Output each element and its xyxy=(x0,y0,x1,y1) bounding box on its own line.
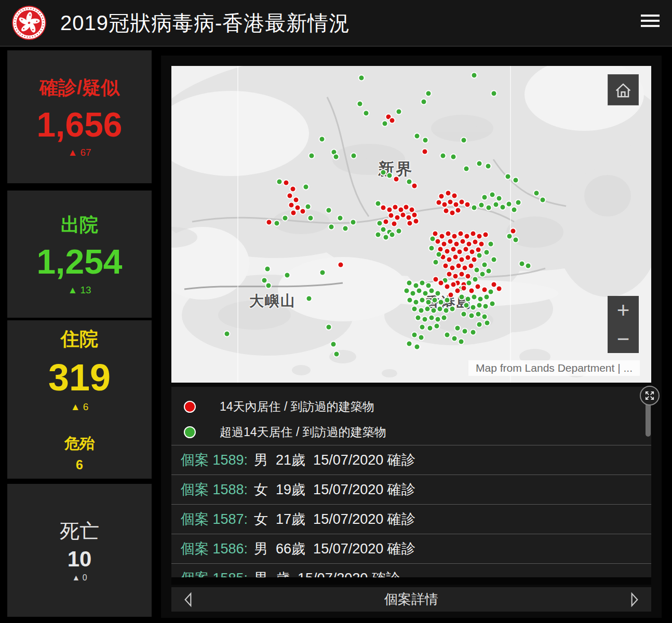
case-dot-green[interactable] xyxy=(441,315,448,321)
case-dot-red[interactable] xyxy=(391,221,398,227)
case-dot-green[interactable] xyxy=(363,110,370,117)
case-dot-green[interactable] xyxy=(478,202,485,209)
case-dot-red[interactable] xyxy=(290,210,297,216)
case-dot-green[interactable] xyxy=(482,303,489,310)
case-dot-red[interactable] xyxy=(383,219,389,225)
case-dot-green[interactable] xyxy=(500,204,506,211)
case-dot-green[interactable] xyxy=(515,199,522,206)
case-dot-green[interactable] xyxy=(357,101,364,107)
case-dot-green[interactable] xyxy=(396,228,402,235)
case-dot-green[interactable] xyxy=(435,290,441,297)
case-dot-green[interactable] xyxy=(476,252,483,259)
case-dot-red[interactable] xyxy=(422,148,428,155)
case-dot-green[interactable] xyxy=(488,289,494,295)
case-dot-green[interactable] xyxy=(396,109,402,115)
case-dot-green[interactable] xyxy=(476,321,483,328)
case-dot-green[interactable] xyxy=(406,341,413,347)
case-dot-green[interactable] xyxy=(377,220,383,227)
case-dot-green[interactable] xyxy=(224,331,231,337)
case-dot-red[interactable] xyxy=(455,207,462,214)
case-dot-green[interactable] xyxy=(419,324,426,331)
case-dot-green[interactable] xyxy=(306,295,313,302)
case-dot-red[interactable] xyxy=(442,263,449,269)
case-dot-green[interactable] xyxy=(414,133,421,140)
case-dot-green[interactable] xyxy=(463,302,470,309)
case-dot-green[interactable] xyxy=(449,306,456,313)
case-dot-red[interactable] xyxy=(465,273,472,280)
case-dot-green[interactable] xyxy=(428,245,435,252)
case-dot-red[interactable] xyxy=(496,286,503,292)
case-dot-green[interactable] xyxy=(533,190,540,197)
case-dot-red[interactable] xyxy=(266,219,273,226)
case-dot-green[interactable] xyxy=(506,233,513,240)
case-dot-green[interactable] xyxy=(472,276,479,283)
case-dot-green[interactable] xyxy=(481,194,488,201)
map-canvas[interactable]: 新界 大嶼山 香港島 + − Map from Lands Department… xyxy=(171,66,651,383)
case-dot-green[interactable] xyxy=(337,215,344,222)
case-dot-green[interactable] xyxy=(493,201,500,208)
case-dot-green[interactable] xyxy=(486,205,492,211)
case-dot-green[interactable] xyxy=(506,201,513,208)
case-dot-red[interactable] xyxy=(287,193,293,199)
case-dot-green[interactable] xyxy=(488,241,494,248)
case-dot-green[interactable] xyxy=(418,334,425,341)
case-row[interactable]: 個案 1588: 女 19歲 15/07/2020 確診 xyxy=(171,475,651,504)
case-dot-red[interactable] xyxy=(393,176,400,183)
case-dot-green[interactable] xyxy=(471,205,478,211)
case-dot-green[interactable] xyxy=(406,280,413,287)
case-dot-green[interactable] xyxy=(427,325,434,332)
case-row[interactable]: 個案 1586: 男 66歲 15/07/2020 確診 xyxy=(171,534,651,563)
case-dot-green[interactable] xyxy=(305,204,312,210)
case-dot-green[interactable] xyxy=(282,215,289,222)
case-dot-green[interactable] xyxy=(468,313,475,319)
case-dot-red[interactable] xyxy=(468,288,475,294)
case-dot-green[interactable] xyxy=(422,316,428,323)
case-dot-green[interactable] xyxy=(476,160,483,167)
case-dot-green[interactable] xyxy=(276,179,283,185)
case-dot-green[interactable] xyxy=(505,173,512,180)
case-dot-green[interactable] xyxy=(303,184,310,191)
case-dot-green[interactable] xyxy=(483,249,490,256)
case-dot-green[interactable] xyxy=(424,306,431,313)
case-dot-green[interactable] xyxy=(491,90,498,97)
case-dot-red[interactable] xyxy=(451,193,458,199)
case-dot-green[interactable] xyxy=(463,166,470,172)
case-dot-green[interactable] xyxy=(319,269,326,276)
case-dot-green[interactable] xyxy=(461,137,467,144)
case-dot-green[interactable] xyxy=(375,232,382,238)
map-attribution[interactable]: Map from Lands Department | ... xyxy=(468,360,640,376)
case-dot-green[interactable] xyxy=(265,282,272,289)
case-dot-green[interactable] xyxy=(389,232,396,238)
case-dot-green[interactable] xyxy=(351,153,357,159)
case-dot-green[interactable] xyxy=(484,320,491,327)
case-dot-red[interactable] xyxy=(450,281,457,288)
case-dot-green[interactable] xyxy=(513,177,519,184)
case-dot-green[interactable] xyxy=(375,200,382,207)
case-dot-green[interactable] xyxy=(470,329,477,336)
case-dot-green[interactable] xyxy=(333,351,340,358)
case-dot-green[interactable] xyxy=(274,220,280,227)
horizontal-scrollbar-track[interactable] xyxy=(171,577,651,585)
case-dot-red[interactable] xyxy=(438,193,445,200)
case-dot-green[interactable] xyxy=(461,311,467,318)
zoom-in-button[interactable]: + xyxy=(608,296,639,324)
case-dot-green[interactable] xyxy=(429,236,436,242)
case-dot-green[interactable] xyxy=(308,153,315,159)
case-dot-red[interactable] xyxy=(411,212,418,219)
case-dot-red[interactable] xyxy=(413,218,420,225)
case-dot-green[interactable] xyxy=(342,225,349,232)
case-row[interactable]: 個案 1589: 男 21歲 15/07/2020 確診 xyxy=(171,445,651,475)
home-button[interactable] xyxy=(608,74,639,105)
zoom-out-button[interactable]: − xyxy=(608,324,639,353)
hamburger-menu-icon[interactable] xyxy=(641,15,661,31)
case-dot-green[interactable] xyxy=(434,323,440,330)
case-dot-green[interactable] xyxy=(440,153,447,159)
case-dot-green[interactable] xyxy=(489,192,496,198)
case-dot-green[interactable] xyxy=(319,136,326,143)
case-dot-green[interactable] xyxy=(462,328,468,335)
case-dot-green[interactable] xyxy=(540,197,546,204)
case-dot-green[interactable] xyxy=(451,335,458,342)
case-dot-green[interactable] xyxy=(433,259,439,266)
case-dot-green[interactable] xyxy=(491,256,498,263)
case-dot-red[interactable] xyxy=(464,201,471,208)
